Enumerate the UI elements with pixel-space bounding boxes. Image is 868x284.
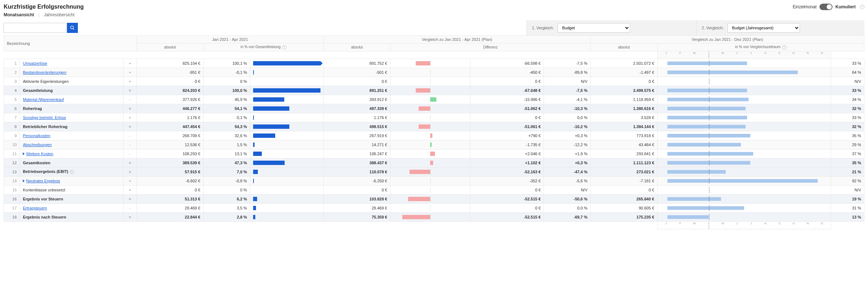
row-name: Aktivierte Eigenleistungen	[20, 77, 123, 86]
cmp1-absolute: -6.250 €	[323, 176, 390, 185]
row-name[interactable]: Weitere Kosten	[20, 149, 123, 158]
search-button[interactable]	[67, 23, 78, 33]
timeline-bar	[657, 185, 831, 194]
timeline-pct: 64 %	[831, 68, 864, 77]
expand-icon[interactable]	[23, 179, 25, 182]
pct-bar	[250, 59, 324, 68]
pct-value: 45,9 %	[204, 95, 250, 104]
diff-bar	[390, 95, 470, 104]
cmp2-absolute: 175.235 €	[591, 212, 657, 221]
row-number: 10	[4, 140, 20, 149]
tab-jahresuebersicht[interactable]: Jahresübersicht	[44, 12, 75, 17]
cumulation-toggle[interactable]	[819, 4, 833, 10]
info-icon[interactable]: ?	[860, 5, 864, 9]
search-input[interactable]	[4, 23, 67, 33]
timeline-bar	[657, 149, 831, 158]
cmp1-select[interactable]: Budget	[558, 23, 630, 33]
cmp1-absolute: 28.469 €	[323, 203, 390, 212]
table-row: 15Kontenklasse unbesetzt+0 €0 %0 €0 €N/V…	[4, 185, 864, 194]
table-row: 4Gesamtleistung=824.203 €100,0 %891.251 …	[4, 86, 864, 95]
timeline-pct: 32 %	[831, 122, 864, 131]
pct-value: 100,1 %	[204, 59, 250, 68]
absolute-value: 108.293 €	[137, 149, 203, 158]
diff-pct: -7,5 %	[544, 59, 591, 68]
cmp2-absolute: 1.118.959 €	[591, 95, 657, 104]
diff-bar	[390, 122, 470, 131]
row-number: 7	[4, 113, 20, 122]
diff-value: -1.735 €	[470, 140, 544, 149]
row-number: 11	[4, 149, 20, 158]
absolute-value: 57.915 €	[137, 167, 203, 176]
th-differenz: Differenz	[390, 43, 591, 51]
row-name[interactable]: Umsatzerlöse	[20, 59, 123, 68]
cmp2-absolute: 0 €	[591, 77, 657, 86]
timeline-bar	[657, 113, 831, 122]
diff-pct: N/V	[544, 77, 591, 86]
row-name[interactable]: Abschreibungen	[20, 140, 123, 149]
row-number: 8	[4, 122, 20, 131]
operator: =	[123, 167, 137, 176]
pct-value: 0 %	[204, 185, 250, 194]
table-row: 16Ergebnis vor Steuern=51.313 €6,2 %103.…	[4, 194, 864, 203]
pct-value: 47,3 %	[204, 158, 250, 167]
pct-value: 7,0 %	[204, 167, 250, 176]
absolute-value: 51.313 €	[137, 194, 203, 203]
absolute-value: 0 €	[137, 77, 203, 86]
absolute-value: 22.844 €	[137, 212, 203, 221]
pct-value: 1,5 %	[204, 140, 250, 149]
results-table: Bezeichnung Jan 2021 - Apr 2021 Vergleic…	[4, 35, 864, 229]
diff-bar	[390, 113, 470, 122]
cmp1-absolute: 14.271 €	[323, 140, 390, 149]
table-row: 11Weitere Kosten-108.293 €13,1 %106.247 …	[4, 149, 864, 158]
operator: =	[123, 104, 137, 113]
expand-icon[interactable]	[23, 152, 25, 155]
timeline-bar	[657, 95, 831, 104]
absolute-value: 268.709 €	[137, 131, 203, 140]
diff-bar	[390, 140, 470, 149]
cmp1-absolute: 388.437 €	[323, 158, 390, 167]
row-name: Rohertrag	[20, 104, 123, 113]
absolute-value: 28.469 €	[137, 203, 203, 212]
diff-value: 0 €	[470, 77, 544, 86]
operator: =	[123, 194, 137, 203]
diff-value: -52.163 €	[470, 167, 544, 176]
diff-pct: -4,1 %	[544, 95, 591, 104]
absolute-value: -6.602 €	[137, 176, 203, 185]
info-icon[interactable]: ?	[70, 170, 74, 174]
row-name[interactable]: Bestandsveränderungen	[20, 68, 123, 77]
cmp2-absolute: 265.840 €	[591, 194, 657, 203]
row-name[interactable]: Personalkosten	[20, 131, 123, 140]
cmp2-select[interactable]: Budget (Jahresgesamt)	[727, 23, 800, 33]
pct-bar	[250, 104, 324, 113]
tab-monatsansicht[interactable]: Monatsansicht	[4, 12, 34, 17]
timeline-bar	[657, 140, 831, 149]
timeline-pct: 19 %	[831, 194, 864, 203]
timeline-pct: 31 %	[831, 203, 864, 212]
timeline-bar	[657, 131, 831, 140]
operator: -	[123, 131, 137, 140]
timeline-pct: N/V	[831, 77, 864, 86]
timeline-pct: 33 %	[831, 113, 864, 122]
diff-value: -450 €	[470, 68, 544, 77]
table-row: 10Abschreibungen-12.536 €1,5 %14.271 €-1…	[4, 140, 864, 149]
cmp1-absolute: 393.912 €	[323, 95, 390, 104]
diff-bar	[390, 59, 470, 68]
cmp2-absolute: 1.384.144 €	[591, 122, 657, 131]
row-name[interactable]: Material-/Wareneinkauf	[20, 95, 123, 104]
timeline-pct: 33 %	[831, 86, 864, 95]
pct-value: 3,5 %	[204, 203, 250, 212]
table-row: 3Aktivierte Eigenleistungen+0 €0 %0 €0 €…	[4, 77, 864, 86]
cmp1-absolute: 891.752 €	[323, 59, 390, 68]
table-row: 17Ertragsteuern-28.469 €3,5 %28.469 €0 €…	[4, 203, 864, 212]
operator: =	[123, 122, 137, 131]
diff-value: -51.062 €	[470, 104, 544, 113]
cmp1-absolute: 0 €	[323, 77, 390, 86]
absolute-value: 12.536 €	[137, 140, 203, 149]
row-name[interactable]: Sonstige betriebl. Erlöse	[20, 113, 123, 122]
operator: -	[123, 149, 137, 158]
absolute-value: 446.277 €	[137, 104, 203, 113]
row-name[interactable]: Neutrales Ergebnis	[20, 176, 123, 185]
pct-bar	[250, 131, 324, 140]
th-pct-gesamt: in % von Gesamtleistung?	[204, 43, 324, 51]
row-name[interactable]: Ertragsteuern	[20, 203, 123, 212]
